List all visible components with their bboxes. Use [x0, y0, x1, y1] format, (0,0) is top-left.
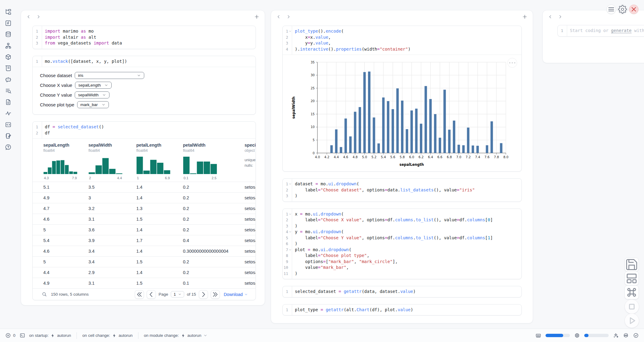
sepal-bar-chart[interactable]: 4.04.24.44.64.85.05.25.45.65.86.06.26.46… — [291, 58, 516, 168]
table-cell: 5.1 — [38, 185, 84, 190]
download-button[interactable]: Download — [224, 292, 248, 297]
run-button[interactable] — [624, 313, 639, 328]
first-page-button[interactable] — [135, 290, 144, 299]
y-value-select[interactable]: sepalWidth — [75, 91, 109, 98]
column-header-petalLength[interactable]: petalLengthfloat6416.9 — [131, 143, 178, 180]
code-editor[interactable]: 1x = mo.ui.dropdown(2 label="Choose X va… — [283, 209, 521, 279]
shutdown-button[interactable] — [629, 5, 639, 14]
save-button[interactable] — [624, 258, 639, 272]
layout-select-button[interactable] — [624, 271, 639, 285]
svg-text:sepalWidth: sepalWidth — [292, 96, 296, 119]
fold-chevron-icon[interactable] — [288, 230, 292, 233]
line-number: 1 — [33, 59, 42, 65]
middle-column-panel: 1plot_type().encode(2 x=x.value,3 y=y.va… — [271, 10, 533, 323]
code-editor[interactable]: 1plot_type = getattr(alt.Chart(df), plot… — [283, 305, 521, 315]
error-count[interactable]: 0 — [5, 333, 16, 338]
ai-sparkles-icon[interactable] — [613, 333, 619, 338]
code-editor[interactable]: 1dataset = mo.ui.dropdown(2 label="Choos… — [283, 179, 521, 201]
on-cell-change-setting[interactable]: on cell change: autorun — [82, 333, 133, 338]
stop-button[interactable] — [624, 299, 639, 314]
dependencies-icon[interactable] — [5, 42, 12, 49]
logs-icon[interactable] — [5, 65, 12, 72]
add-cell-icon[interactable] — [254, 14, 259, 20]
variables-icon[interactable] — [5, 20, 12, 27]
line-number: 3 — [283, 193, 292, 199]
collapse-column-icon[interactable] — [26, 14, 31, 19]
line-number: 5 — [283, 235, 292, 241]
svg-text:0: 0 — [313, 151, 315, 155]
last-page-button[interactable] — [211, 290, 220, 299]
documentation-icon[interactable] — [5, 99, 12, 105]
chat-icon[interactable] — [5, 76, 12, 83]
code-editor[interactable]: 1selected_dataset = getattr(data, datase… — [283, 286, 521, 297]
fold-chevron-icon[interactable] — [288, 30, 292, 33]
code-line: 1mo.vstack([dataset, x, y, plot]) — [33, 59, 256, 65]
icon-rail — [0, 0, 16, 151]
connection-status-icon[interactable] — [633, 333, 639, 338]
fold-chevron-icon[interactable] — [288, 248, 292, 251]
column-header-species[interactable]: speciesobjectuniquenulls: — [240, 143, 256, 180]
table-cell: 1.4 — [131, 227, 178, 232]
line-number: 10 — [283, 265, 292, 271]
chevron-down-icon — [104, 83, 108, 87]
column-header-sepalWidth[interactable]: sepalWidthfloat6424.4 — [84, 143, 131, 180]
dataframe-table: sepalLengthfloat644.37.9sepalWidthfloat6… — [33, 138, 256, 300]
expand-column-icon[interactable] — [558, 14, 563, 19]
page-select[interactable]: 1 — [171, 291, 184, 297]
table-cell: 4.9 — [38, 195, 84, 200]
svg-text:10: 10 — [311, 125, 315, 129]
prev-page-button[interactable] — [147, 290, 156, 299]
tracing-icon[interactable] — [5, 110, 12, 117]
code-editor[interactable]: 1Start coding or generate with — [558, 25, 644, 36]
on-startup-setting[interactable]: on startup: autorun — [29, 333, 71, 338]
notes-icon[interactable] — [5, 133, 12, 139]
code-line: 8 label="Choose plot type", — [283, 253, 521, 259]
expand-column-icon[interactable] — [286, 14, 291, 19]
right-panel-toolbar — [543, 10, 644, 23]
plot-type-select[interactable]: mark_bar — [77, 101, 109, 108]
table-summary: 150 rows, 5 columns — [51, 292, 89, 297]
table-cell: 3.6 — [84, 227, 131, 232]
column-header-petalWidth[interactable]: petalWidthfloat640.12.5 — [178, 143, 240, 180]
dataset-select[interactable]: iris — [75, 72, 144, 79]
code-editor[interactable]: 1import marimo as mo2import altair as al… — [33, 26, 256, 49]
search-icon[interactable] — [42, 292, 47, 297]
keyboard-shortcuts-button[interactable] — [624, 285, 639, 299]
terminal-icon[interactable] — [20, 333, 25, 338]
add-cell-icon[interactable] — [522, 14, 528, 20]
next-page-button[interactable] — [199, 290, 208, 299]
settings-button[interactable] — [618, 5, 627, 14]
table-cell: 0.2 — [178, 259, 240, 264]
packages-icon[interactable] — [5, 54, 12, 60]
fold-chevron-icon[interactable] — [288, 182, 292, 186]
code-editor[interactable]: 1mo.vstack([dataset, x, y, plot]) — [33, 56, 256, 67]
svg-text:8.0: 8.0 — [503, 155, 509, 159]
table-row: 4.931.40.2setosa — [33, 192, 256, 203]
copilot-icon[interactable] — [623, 333, 629, 338]
file-explorer-icon[interactable] — [5, 9, 12, 15]
code-line: 9 options=["mark_bar", "mark_circle"], — [283, 259, 521, 265]
menu-button[interactable] — [606, 5, 616, 14]
snippets-icon[interactable] — [5, 121, 12, 128]
svg-text:5.8: 5.8 — [400, 155, 405, 159]
line-number: 2 — [33, 34, 42, 41]
code-cell-xy-plot-dropdowns: 1x = mo.ui.dropdown(2 label="Choose X va… — [282, 208, 522, 280]
chevron-down-icon — [137, 73, 141, 77]
code-editor[interactable]: 1plot_type().encode(2 x=x.value,3 y=y.va… — [283, 26, 521, 55]
scratchpad-icon[interactable] — [5, 87, 12, 94]
dataset-select-row: Choose datasetiris — [40, 72, 248, 79]
code-editor[interactable]: 1df = selected_dataset()2df — [33, 122, 256, 138]
expand-column-icon[interactable] — [36, 14, 41, 19]
code-line: 2 label="Choose X value", options=df.col… — [283, 217, 521, 223]
line-number: 2 — [283, 217, 292, 223]
help-icon[interactable] — [5, 144, 12, 151]
fold-chevron-icon[interactable] — [288, 212, 292, 216]
chart-actions-button[interactable] — [507, 58, 517, 68]
on-module-change-setting[interactable]: on module change: autorun — [144, 333, 208, 338]
column-header-sepalLength[interactable]: sepalLengthfloat644.37.9 — [38, 143, 84, 180]
collapse-column-icon[interactable] — [548, 14, 553, 19]
x-value-select[interactable]: sepalLength — [75, 82, 112, 89]
datasources-icon[interactable] — [5, 31, 12, 38]
code-cell-dataset-dropdown: 1dataset = mo.ui.dropdown(2 label="Choos… — [282, 178, 522, 202]
collapse-column-icon[interactable] — [276, 14, 281, 19]
